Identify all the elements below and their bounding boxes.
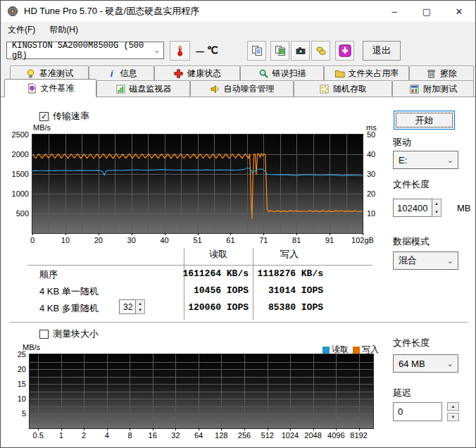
checkbox-unchecked[interactable] bbox=[39, 330, 49, 339]
copy-image-button[interactable] bbox=[270, 41, 289, 61]
tab-label: 文件基准 bbox=[41, 82, 75, 94]
axis-tick-mark bbox=[153, 428, 154, 430]
start-button[interactable]: 开始 bbox=[394, 111, 455, 130]
write-legend-swatch bbox=[353, 347, 360, 354]
axis-tick-label: 50 bbox=[367, 130, 375, 139]
queue-depth-value[interactable]: 32 bbox=[119, 299, 136, 314]
block-size-chart: 0.51248163264128256512102420484096819225… bbox=[29, 354, 374, 429]
column-header-read: 读取 bbox=[184, 248, 253, 261]
tab-benchmark[interactable]: 基准测试 bbox=[10, 66, 89, 80]
axis-tick-mark bbox=[244, 428, 245, 430]
update-button[interactable] bbox=[335, 41, 354, 61]
file-length-spinner[interactable]: 102400 ▲ ▼ bbox=[393, 199, 441, 217]
block-file-length-dropdown[interactable]: 64 MB ⌄ bbox=[393, 354, 458, 373]
tab-extra-tests[interactable]: 附加测试 bbox=[392, 80, 474, 97]
folder-icon bbox=[334, 68, 345, 79]
purchase-button[interactable] bbox=[311, 41, 330, 61]
download-arrow-icon bbox=[339, 44, 351, 57]
axis-tick-mark bbox=[175, 428, 176, 430]
data-mode-label: 数据模式 bbox=[393, 235, 430, 248]
tab-erase[interactable]: 擦除 bbox=[409, 66, 474, 80]
axis-tick-label: 20 bbox=[94, 236, 103, 244]
tab-strip: 基准测试 i 信息 健康状态 错误扫描 文件夹占用率 擦除 文件基准 磁盘监视 bbox=[1, 66, 475, 97]
tab-disk-monitor[interactable]: 磁盘监视器 bbox=[96, 80, 190, 97]
tab-file-benchmark[interactable]: 文件基准 bbox=[4, 79, 96, 97]
axis-tick-label: 20 bbox=[18, 365, 26, 373]
axis-tick-mark bbox=[65, 233, 66, 235]
axis-tick-mark bbox=[61, 428, 62, 430]
axis-tick-mark bbox=[130, 428, 130, 430]
tab-label: 磁盘监视器 bbox=[130, 83, 172, 95]
menu-file[interactable]: 文件(F) bbox=[1, 22, 42, 37]
row-label-sequential: 顺序 bbox=[39, 268, 58, 281]
drive-dropdown[interactable]: E: ⌄ bbox=[393, 151, 458, 169]
axis-tick-label: 40 bbox=[367, 150, 375, 158]
block-file-length-label: 文件长度 bbox=[393, 337, 430, 349]
spin-up-icon[interactable]: ▲ bbox=[447, 402, 459, 411]
axis-tick-label: 61 bbox=[226, 236, 234, 244]
chevron-down-icon: ⌄ bbox=[154, 46, 159, 54]
axis-tick-label: 0.5 bbox=[33, 431, 44, 440]
menu-help[interactable]: 帮助(H) bbox=[42, 22, 85, 37]
camera-icon bbox=[295, 45, 306, 56]
spin-down-icon[interactable]: ▼ bbox=[432, 208, 441, 216]
queue-depth-spinner[interactable]: 32 ▲ ▼ bbox=[119, 299, 145, 314]
delay-input[interactable]: 0 bbox=[393, 402, 442, 421]
spinner-buttons[interactable]: ▲ ▼ bbox=[432, 199, 441, 217]
axis-tick-label: 91 bbox=[325, 236, 334, 244]
axis-tick-label: 4 bbox=[105, 431, 109, 440]
spin-up-icon[interactable]: ▲ bbox=[136, 300, 144, 307]
screenshot-button[interactable] bbox=[291, 41, 310, 61]
axis-tick-label: 5 bbox=[22, 409, 26, 418]
close-button[interactable]: ✕ bbox=[443, 1, 475, 22]
row-label-4k-multi: 4 KB 多重随机 bbox=[39, 302, 99, 315]
axis-tick-label: 0 bbox=[30, 236, 35, 244]
axis-tick-label: 64 bbox=[194, 431, 203, 440]
exit-button[interactable]: 退出 bbox=[363, 41, 401, 61]
drive-select-dropdown[interactable]: KINGSTON SA2000M8500G (500 gB) ⌄ bbox=[6, 42, 164, 59]
axis-tick-label: 1024 bbox=[282, 431, 299, 440]
axis-tick-mark bbox=[336, 428, 337, 430]
tab-label: 基准测试 bbox=[39, 68, 73, 80]
tab-folder-usage[interactable]: 文件夹占用率 bbox=[324, 66, 409, 80]
data-mode-value: 混合 bbox=[399, 254, 417, 267]
data-mode-dropdown[interactable]: 混合 ⌄ bbox=[393, 251, 458, 270]
axis-tick-mark bbox=[165, 233, 165, 235]
axis-tick-label: 512 bbox=[261, 431, 274, 440]
axis-tick-label: 128 bbox=[215, 431, 227, 440]
temperature-button[interactable] bbox=[170, 41, 190, 61]
delay-spinner[interactable]: ▲ ▼ bbox=[447, 402, 459, 421]
copy-text-button[interactable] bbox=[247, 41, 266, 61]
selected-tab-connector bbox=[5, 97, 96, 97]
checkbox-checked[interactable]: ✓ bbox=[39, 112, 49, 121]
tab-info[interactable]: i 信息 bbox=[89, 66, 154, 80]
spin-down-icon[interactable]: ▼ bbox=[447, 413, 459, 421]
tab-health[interactable]: 健康状态 bbox=[154, 66, 240, 80]
file-length-value[interactable]: 102400 bbox=[393, 199, 432, 217]
axis-tick-mark bbox=[38, 428, 39, 430]
tab-random-access[interactable]: 随机存取 bbox=[294, 80, 392, 97]
maximize-button[interactable]: ▢ bbox=[411, 1, 443, 22]
tab-label: 健康状态 bbox=[187, 68, 221, 80]
block-size-checkbox[interactable]: 测量块大小 bbox=[39, 328, 99, 340]
spinner-buttons[interactable]: ▲ ▼ bbox=[136, 299, 145, 314]
chevron-down-icon: ⌄ bbox=[447, 360, 453, 368]
spin-down-icon[interactable]: ▼ bbox=[136, 307, 144, 314]
read-legend-swatch bbox=[322, 347, 330, 354]
axis-tick-label: 16 bbox=[149, 431, 157, 440]
svg-text:i: i bbox=[110, 68, 113, 79]
tab-error-scan[interactable]: 错误扫描 bbox=[240, 66, 324, 80]
axis-tick-mark bbox=[290, 428, 291, 430]
tab-auto-acoustic[interactable]: 自动噪音管理 bbox=[190, 80, 294, 97]
delay-label: 延迟 bbox=[393, 387, 411, 399]
axis-tick-label: 2500 bbox=[12, 130, 29, 139]
axis-tick-label: 10 bbox=[18, 394, 26, 403]
menu-bar: 文件(F) 帮助(H) bbox=[1, 22, 475, 37]
minimize-button[interactable]: – bbox=[378, 1, 411, 22]
transfer-rate-checkbox[interactable]: ✓ 传输速率 bbox=[39, 110, 89, 123]
bar-chart-icon bbox=[115, 84, 126, 94]
exit-button-label: 退出 bbox=[372, 44, 391, 57]
spin-up-icon[interactable]: ▲ bbox=[432, 199, 441, 208]
axis-tick-mark bbox=[199, 428, 199, 430]
coins-icon bbox=[315, 45, 327, 56]
